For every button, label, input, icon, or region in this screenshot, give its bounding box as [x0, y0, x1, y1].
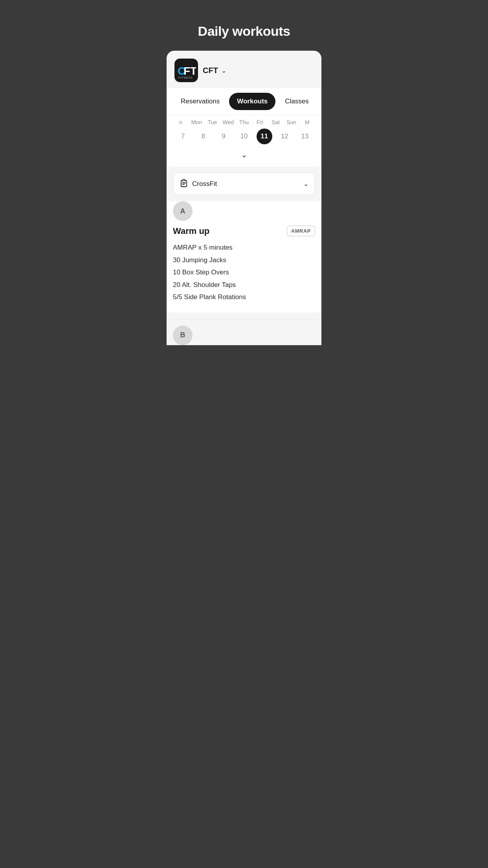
gym-name-row[interactable]: CFT ⌄ — [203, 66, 226, 75]
day-label-sat: Sat — [268, 119, 283, 125]
date-8[interactable]: 8 — [196, 129, 211, 144]
gym-logo-icon: C FT FITNESS — [176, 61, 196, 80]
gym-name: CFT — [203, 66, 218, 75]
section-header-a: Warm up AMRAP — [173, 226, 315, 236]
date-7[interactable]: 7 — [175, 129, 191, 144]
date-13[interactable]: 13 — [297, 129, 313, 144]
gym-logo: C FT FITNESS — [174, 59, 198, 82]
day-label-wed: Wed — [220, 119, 236, 125]
calendar-expand-icon: ⌄ — [241, 151, 247, 159]
workout-type-selector[interactable]: CrossFit ⌄ — [173, 173, 315, 195]
gym-dropdown-icon[interactable]: ⌄ — [221, 67, 226, 74]
section-avatar-a: A — [173, 201, 193, 221]
tabs-scroll: Reservations Workouts Classes Ap — [167, 88, 321, 115]
date-10[interactable]: 10 — [236, 129, 252, 144]
day-label-mon: Mon — [189, 119, 204, 125]
main-card: C FT FITNESS CFT ⌄ Reservations Workouts… — [167, 51, 321, 345]
workout-line-4: 20 Alt. Shoulder Taps — [173, 280, 315, 290]
date-11[interactable]: 11 — [257, 129, 272, 144]
workout-line-5: 5/5 Side Plank Rotations — [173, 292, 315, 302]
calendar: n Mon Tue Wed Thu Fri Sat Sun M 7 8 9 10… — [167, 115, 321, 166]
day-label-n: n — [173, 119, 189, 125]
svg-text:FITNESS: FITNESS — [178, 76, 193, 79]
workout-type-name: CrossFit — [192, 180, 299, 188]
calendar-expand-button[interactable]: ⌄ — [173, 147, 315, 164]
tabs-container: Reservations Workouts Classes Ap — [167, 88, 321, 115]
date-12[interactable]: 12 — [277, 129, 292, 144]
workout-details-a: AMRAP x 5 minutes 30 Jumping Jacks 10 Bo… — [173, 243, 315, 302]
workout-line-3: 10 Box Step Overs — [173, 267, 315, 278]
workout-type-expand-icon: ⌄ — [303, 180, 308, 188]
screen: Daily workouts C FT FITNESS CFT ⌄ — [163, 0, 325, 345]
tab-ap[interactable]: Ap — [318, 93, 321, 110]
day-label-m: M — [299, 119, 315, 125]
workout-line-1: AMRAP x 5 minutes — [173, 243, 315, 253]
date-9[interactable]: 9 — [216, 129, 231, 144]
workout-section-a: A Warm up AMRAP AMRAP x 5 minutes 30 Jum… — [167, 201, 321, 313]
section-divider — [173, 319, 315, 319]
calendar-dates: 7 8 9 10 11 12 13 — [173, 129, 315, 144]
amrap-badge: AMRAP — [287, 226, 315, 236]
section-avatar-b: B — [173, 326, 193, 345]
tab-workouts[interactable]: Workouts — [229, 93, 275, 110]
tab-classes[interactable]: Classes — [277, 93, 316, 110]
day-label-tue: Tue — [205, 119, 220, 125]
svg-text:FT: FT — [183, 65, 196, 77]
tab-reservations[interactable]: Reservations — [173, 93, 227, 110]
avatar-label-b: B — [180, 331, 185, 339]
svg-rect-5 — [183, 179, 185, 181]
workout-line-2: 30 Jumping Jacks — [173, 255, 315, 265]
day-label-sun: Sun — [284, 119, 299, 125]
day-label-fri: Fri — [252, 119, 268, 125]
clipboard-icon — [180, 178, 188, 189]
calendar-days-header: n Mon Tue Wed Thu Fri Sat Sun M — [173, 119, 315, 125]
day-label-thu: Thu — [236, 119, 252, 125]
page-title: Daily workouts — [163, 0, 325, 51]
avatar-label-a: A — [180, 207, 185, 215]
section-title-a: Warm up — [173, 226, 209, 236]
gym-header: C FT FITNESS CFT ⌄ — [167, 51, 321, 88]
